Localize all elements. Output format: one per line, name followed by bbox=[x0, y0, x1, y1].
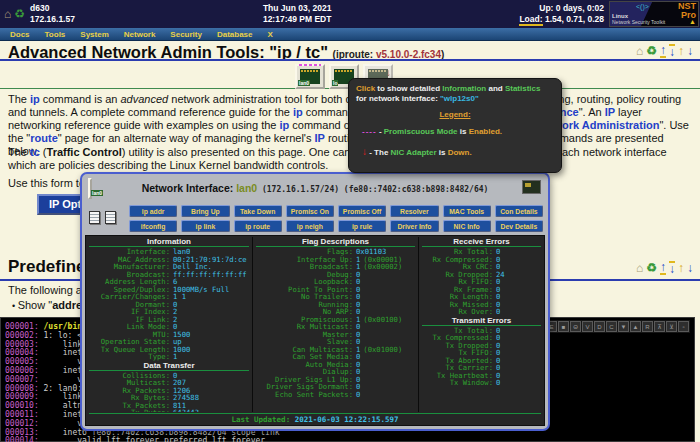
console-toolbar: ▶E■ΘVDC▼▲R⊼⊻▫ bbox=[533, 320, 690, 333]
dialog-interface-addresses: (172.16.1.57/24) (fe80::7402:c638:b898:8… bbox=[257, 185, 488, 194]
dialog-button-promisc-on[interactable]: Promisc On bbox=[286, 205, 334, 217]
copy-window-icon[interactable] bbox=[105, 211, 116, 224]
text-segment: - bbox=[377, 127, 384, 136]
title-divider bbox=[0, 59, 700, 61]
page-down-icon[interactable]: ↓ bbox=[687, 262, 693, 274]
panel-row: Tx Bytes:643443 bbox=[86, 409, 252, 412]
refresh-icon[interactable]: ♻ bbox=[14, 8, 25, 20]
logo-name: Network Security Toolkit bbox=[612, 19, 665, 25]
nic-button-lan0[interactable]: lan0 bbox=[295, 64, 325, 89]
flag-descriptions-header: Flag Descriptions bbox=[256, 237, 415, 247]
dialog-button-ip-addr[interactable]: ip addr bbox=[129, 205, 177, 217]
transmit-errors-header: Transmit Errors bbox=[422, 316, 541, 326]
menu-item-security[interactable]: Security bbox=[170, 30, 202, 39]
dialog-action-buttons: ip addrBring UpTake DownPromisc OnPromis… bbox=[129, 205, 543, 232]
dialog-button-ifconfig[interactable]: ifconfig bbox=[129, 220, 177, 232]
home-icon[interactable]: ⌂ bbox=[636, 262, 643, 274]
dialog-button-ip-route[interactable]: ip route bbox=[234, 220, 282, 232]
text-segment: "wlp12s0" bbox=[440, 94, 479, 103]
dialog-button-mac-tools[interactable]: MAC Tools bbox=[443, 205, 491, 217]
nst-logo: <()> NST Pro Linux Network Security Tool… bbox=[609, 1, 699, 27]
console-button--[interactable]: ⊻ bbox=[666, 321, 677, 332]
text-segment: tc bbox=[30, 146, 40, 158]
dialog-button-bring-up[interactable]: Bring Up bbox=[181, 205, 229, 217]
menu-item-database[interactable]: Database bbox=[217, 30, 253, 39]
text-segment: Promiscuous Mode bbox=[384, 127, 458, 136]
tooltip-legend-down: ↓ - The NIC Adapter is Down. bbox=[356, 145, 554, 158]
text-segment: ip bbox=[280, 119, 290, 131]
menu-item-x[interactable]: X bbox=[268, 30, 273, 39]
last-updated-status: Last Updated: 2021-06-03 12:22:15.597 bbox=[89, 413, 541, 424]
console-button--[interactable]: ▼ bbox=[618, 321, 629, 332]
console-button--[interactable]: ■ bbox=[558, 321, 569, 332]
text-segment: Enabled. bbox=[469, 127, 502, 136]
tooltip-legend-title: Legend: bbox=[356, 110, 554, 120]
panel-row: Echo Sent Packets:0 bbox=[253, 391, 418, 399]
menu-item-docs[interactable]: Docs bbox=[10, 30, 30, 39]
text-segment: to show detailed bbox=[375, 84, 442, 93]
dialog-button-ip-rule[interactable]: ip rule bbox=[338, 220, 386, 232]
page-down-icon[interactable]: ↓ bbox=[687, 45, 693, 57]
dialog-button-resolver[interactable]: Resolver bbox=[390, 205, 438, 217]
dialog-window-icons bbox=[89, 211, 116, 224]
text-segment: route bbox=[30, 132, 58, 144]
receive-error-rows: Rx Total:0Rx Compressed:0Rx CRC:0Rx Drop… bbox=[419, 248, 544, 316]
console-button-d[interactable]: D bbox=[594, 321, 605, 332]
dialog-button-take-down[interactable]: Take Down bbox=[234, 205, 282, 217]
refresh-icon[interactable]: ♻ bbox=[646, 262, 657, 274]
text-segment: ) utility is also presented on this page… bbox=[122, 146, 354, 158]
information-header: Information bbox=[89, 237, 249, 247]
terminal-line: 000014: valid_lft forever preferred_lft … bbox=[5, 437, 694, 442]
dialog-button-ip-neigh[interactable]: ip neigh bbox=[286, 220, 334, 232]
page-up-icon[interactable]: ↑ bbox=[678, 45, 684, 57]
dialog-title-label: Network Interface: bbox=[142, 182, 237, 194]
refresh-icon[interactable]: ♻ bbox=[646, 45, 657, 57]
scroll-top-icon[interactable]: ↑ bbox=[660, 261, 666, 275]
console-button--[interactable]: Θ bbox=[570, 321, 581, 332]
text-segment: Traffic Control bbox=[47, 146, 122, 158]
panel-row: Type:1 bbox=[86, 353, 252, 361]
text-segment: IP bbox=[314, 132, 324, 144]
text-segment: ---- bbox=[362, 127, 377, 136]
interface-detail-panel: Information Interface:lan0MAC Address:00… bbox=[85, 235, 545, 426]
dialog-button-nic-info[interactable]: NIC Info bbox=[443, 220, 491, 232]
scroll-bottom-icon[interactable]: ↓ bbox=[669, 261, 675, 275]
data-transfer-header: Data Transfer bbox=[89, 361, 249, 371]
dialog-button-dev-details[interactable]: Dev Details bbox=[495, 220, 543, 232]
dialog-button-driver-info[interactable]: Driver Info bbox=[390, 220, 438, 232]
detach-window-icon[interactable] bbox=[89, 211, 100, 224]
text-segment: command is an bbox=[40, 93, 121, 105]
nic-button-lan0-dialog[interactable]: lan0 bbox=[88, 178, 92, 199]
console-button--[interactable]: ▫ bbox=[678, 321, 689, 332]
dialog-button-promisc-off[interactable]: Promisc Off bbox=[338, 205, 386, 217]
last-updated-value: 2021-06-03 12:22:15.597 bbox=[290, 415, 398, 424]
console-button-r[interactable]: R bbox=[642, 321, 653, 332]
console-button--[interactable]: ▲ bbox=[630, 321, 641, 332]
scroll-bottom-icon[interactable]: ↓ bbox=[669, 44, 675, 58]
dialog-nic-icon: lan0 bbox=[88, 180, 92, 198]
console-button-c[interactable]: C bbox=[606, 321, 617, 332]
text-segment: ". An bbox=[579, 106, 605, 118]
page-up-icon[interactable]: ↑ bbox=[678, 262, 684, 274]
date-text: Thu Jun 03, 2021 bbox=[75, 3, 519, 14]
dialog-button-ip-link[interactable]: ip link bbox=[181, 220, 229, 232]
menu-item-network[interactable]: Network bbox=[124, 30, 156, 39]
home-icon[interactable]: ⌂ bbox=[4, 8, 11, 20]
information-rows: Interface:lan0MAC Address:00:21:70:91:7d… bbox=[86, 248, 252, 361]
home-icon[interactable]: ⌂ bbox=[636, 45, 643, 57]
hostname: d630 bbox=[30, 3, 75, 14]
nic-tooltip: Click to show detailed Information and S… bbox=[348, 78, 562, 173]
console-button--[interactable]: ⊼ bbox=[654, 321, 665, 332]
time-text: 12:17:49 PM EDT bbox=[75, 14, 519, 25]
console-button-v[interactable]: V bbox=[582, 321, 593, 332]
host-info: d630 172.16.1.57 bbox=[30, 3, 75, 24]
last-updated-label: Last Updated: bbox=[231, 415, 290, 424]
scroll-top-icon[interactable]: ↑ bbox=[660, 44, 666, 58]
menu-item-system[interactable]: System bbox=[80, 30, 108, 39]
flag-descriptions-column: Flag Descriptions Flags:0x01103Interface… bbox=[252, 237, 419, 412]
nic-down-icon: ↓ bbox=[386, 68, 391, 78]
screenshot-icon[interactable] bbox=[522, 180, 541, 194]
topbar-icons: ⌂ ♻ bbox=[0, 8, 30, 20]
dialog-button-con-details[interactable]: Con Details bbox=[495, 205, 543, 217]
menu-item-tools[interactable]: Tools bbox=[45, 30, 66, 39]
